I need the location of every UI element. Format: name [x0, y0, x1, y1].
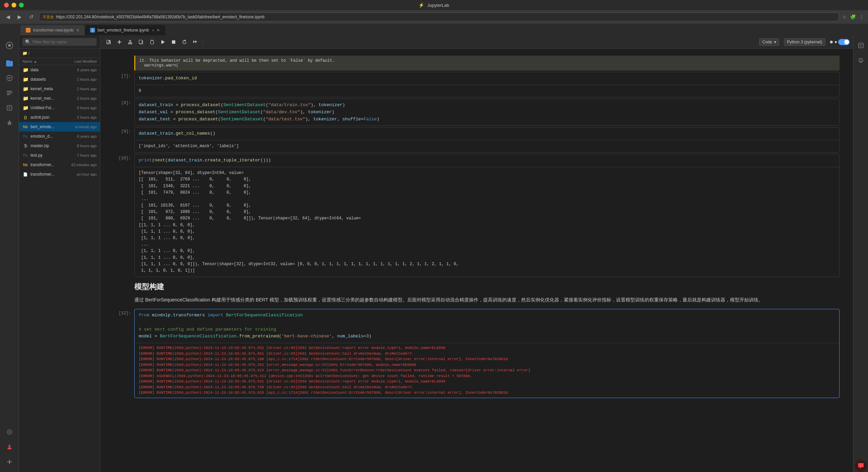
svg-rect-8	[7, 93, 12, 93]
cell-content-10[interactable]: print(next(dataset_train.create_tuple_it…	[134, 154, 840, 277]
file-name: test.py	[31, 153, 56, 158]
maximize-button[interactable]	[19, 3, 24, 7]
code-input-8[interactable]: dataset_train = process_dataset(Sentimen…	[134, 99, 840, 126]
restart-button[interactable]	[180, 37, 189, 47]
svg-rect-9	[7, 94, 10, 95]
browser-tabs: J transformer-new.ipynb ✕ J bert_emotect…	[0, 24, 868, 35]
svg-rect-28	[172, 40, 175, 44]
list-item[interactable]: Nb transformer... 42 minutes ago	[19, 160, 100, 170]
file-name: master.zip	[31, 143, 56, 148]
add-cell-button[interactable]	[115, 37, 124, 47]
property-inspector-icon[interactable]	[854, 39, 868, 52]
address-text: https://202.201.244.80/notebook_k5f376f2…	[56, 15, 264, 19]
list-item[interactable]: {} aclinit.json 2 hours ago	[19, 113, 100, 122]
tab-transformer[interactable]: J transformer-new.ipynb ✕	[20, 25, 85, 35]
minimize-button[interactable]	[12, 3, 16, 7]
code-text-10: print(next(dataset_train.create_tuple_it…	[135, 154, 839, 167]
col-name-header[interactable]: Name ▲	[22, 59, 56, 63]
file-name: data	[31, 67, 56, 72]
list-item-selected[interactable]: Nb bert_emote... a minute ago	[19, 122, 100, 132]
cell-content-12[interactable]: from mindnlp.transformers import BertFor…	[134, 309, 840, 398]
list-item[interactable]: 🗜 master.zip 8 hours ago	[19, 141, 100, 151]
menu-icon[interactable]: ⋮	[859, 14, 864, 20]
address-bar[interactable]: 不安全 https://202.201.244.80/notebook_k5f3…	[39, 13, 839, 21]
svg-rect-29	[859, 43, 863, 48]
restart-run-all-button[interactable]	[191, 37, 200, 47]
file-browser-icon[interactable]	[3, 56, 16, 70]
cell-markdown: 模型构建 通过 BertForSequenceClassification 构建…	[114, 278, 840, 308]
list-item[interactable]: 📁 kernel_meta 2 hours ago	[19, 84, 100, 94]
nav-icons: ☆ 🧩 ⋮	[842, 14, 864, 20]
notebook-tools-icon[interactable]	[3, 101, 16, 115]
svg-line-23	[131, 41, 131, 43]
list-item[interactable]: Py emotion_d... 6 years ago	[19, 132, 100, 141]
list-item[interactable]: 📄 transformer... an hour ago	[19, 170, 100, 179]
back-button[interactable]: ◀	[4, 13, 12, 21]
user-icon[interactable]	[3, 440, 16, 454]
tab-close-2[interactable]: ✕	[157, 28, 160, 33]
folder-icon: 📁	[22, 67, 28, 73]
add-icon[interactable]	[3, 455, 16, 469]
cut-button[interactable]	[125, 37, 135, 47]
bookmark-icon[interactable]: ☆	[842, 14, 847, 20]
close-button[interactable]	[4, 3, 9, 7]
search-input[interactable]	[33, 40, 94, 44]
forward-button[interactable]: ▶	[16, 13, 24, 21]
markdown-cell: 模型构建 通过 BertForSequenceClassification 构建…	[134, 278, 840, 308]
list-item[interactable]: 📁 datasets 2 hours ago	[19, 75, 100, 84]
file-modified: an hour ago	[56, 172, 97, 176]
error-line: [ERROR] ASCENDCL(2569,python):2024-11-23…	[139, 373, 835, 379]
code-input-7[interactable]: tokenizer.pad_token_id 0	[134, 72, 840, 97]
svg-point-1	[8, 44, 11, 47]
cell-content-7[interactable]: tokenizer.pad_token_id 0	[134, 72, 840, 97]
file-modified: a minute ago	[56, 125, 97, 129]
list-item[interactable]: 📁 data 6 years ago	[19, 65, 100, 75]
file-browser-sidebar: 🔍 📁 / Name ▲ Last Modified 📁 data 6 year…	[19, 35, 100, 472]
tab-close-1[interactable]: ✕	[76, 28, 79, 33]
kernel-name-display[interactable]: Python 3 (pykernel)	[784, 38, 825, 46]
copy-button[interactable]	[136, 37, 146, 47]
interrupt-button[interactable]	[169, 37, 178, 47]
logo-button[interactable]	[3, 39, 16, 52]
svg-line-5	[8, 78, 9, 79]
cell-content-8[interactable]: dataset_train = process_dataset(Sentimen…	[134, 99, 840, 126]
list-item[interactable]: Py test.py 7 hours ago	[19, 151, 100, 160]
kernel-status-dot	[830, 41, 833, 43]
error-line: [ERROR] RUNTIME(2569,python):2024-11-23-…	[139, 345, 835, 351]
code-input-12[interactable]: from mindnlp.transformers import BertFor…	[134, 309, 840, 398]
code-input-10[interactable]: print(next(dataset_train.create_tuple_it…	[134, 154, 840, 277]
extension-icon[interactable]: 🧩	[850, 14, 856, 20]
cell-content[interactable]: lt. This behavior will be depracted, and…	[134, 56, 840, 71]
extension-manager-icon[interactable]	[3, 116, 16, 130]
svg-point-19	[131, 43, 132, 44]
file-modified: 42 minutes ago	[56, 163, 97, 167]
settings-icon[interactable]	[3, 425, 16, 439]
run-cell-button[interactable]	[158, 37, 167, 47]
list-item[interactable]: 📁 kernel_met... 2 hours ago	[19, 94, 100, 103]
save-button[interactable]	[104, 37, 113, 47]
debugger-icon[interactable]	[854, 54, 868, 67]
search-box[interactable]: 🔍	[22, 38, 97, 46]
tab-bert[interactable]: J bert_emotect_finetune.ipynb ● ✕	[85, 25, 165, 35]
kernel-name-label: Python 3 (pykernel)	[787, 40, 822, 44]
folder-home-icon: 📁	[22, 51, 27, 56]
right-activity-bar	[853, 35, 868, 472]
list-item[interactable]: 📁 Untitled Fol... 8 hours ago	[19, 103, 100, 113]
running-terminals-icon[interactable]	[3, 71, 16, 85]
svg-rect-15	[7, 461, 12, 462]
cell-warning: lt. This behavior will be depracted, and…	[114, 56, 840, 71]
txt-file-icon: 📄	[22, 171, 28, 177]
zip-file-icon: 🗜	[22, 143, 28, 149]
folder-icon: 📁	[22, 86, 28, 92]
chat-icon[interactable]	[855, 460, 867, 472]
code-input-9[interactable]: dataset_train.get_col_names() ['input_id…	[134, 127, 840, 153]
tab-favicon-2: J	[90, 28, 95, 33]
cell-9: [9]: dataset_train.get_col_names() ['inp…	[114, 127, 840, 153]
kernel-toggle[interactable]	[838, 39, 850, 45]
cell-type-selector[interactable]: Code ▾	[759, 38, 779, 46]
commands-icon[interactable]	[3, 86, 16, 100]
paste-button[interactable]	[147, 37, 157, 47]
markdown-text: 通过 BertForSequenceClassification 构建用于情感分…	[134, 296, 840, 304]
cell-content-9[interactable]: dataset_train.get_col_names() ['input_id…	[134, 127, 840, 153]
reload-button[interactable]: ↺	[27, 13, 36, 21]
